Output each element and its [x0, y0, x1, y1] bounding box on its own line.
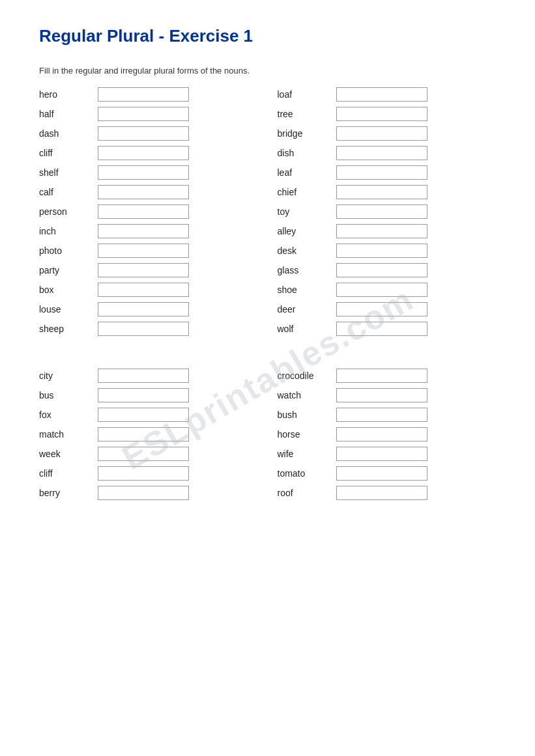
word-label: bush — [278, 410, 330, 420]
answer-input[interactable] — [336, 283, 427, 297]
answer-input[interactable] — [336, 408, 427, 422]
answer-input[interactable] — [336, 146, 427, 160]
word-label: calf — [39, 187, 91, 197]
section-divider — [39, 356, 496, 369]
answer-input[interactable] — [336, 447, 427, 461]
answer-input[interactable] — [98, 224, 189, 238]
word-label: week — [39, 449, 91, 459]
answer-input[interactable] — [336, 486, 427, 500]
word-label: match — [39, 429, 91, 440]
word-label: desk — [278, 245, 330, 256]
word-row: cliff — [39, 146, 258, 160]
word-row: tomato — [278, 466, 497, 481]
word-row: half — [39, 107, 258, 121]
answer-input[interactable] — [336, 107, 427, 121]
answer-input[interactable] — [98, 107, 189, 121]
word-label: inch — [39, 226, 91, 236]
answer-input[interactable] — [98, 244, 189, 258]
answer-input[interactable] — [98, 165, 189, 180]
answer-input[interactable] — [98, 87, 189, 102]
word-row: loaf — [278, 87, 497, 102]
word-label: alley — [278, 226, 330, 236]
word-row: inch — [39, 224, 258, 238]
answer-input[interactable] — [336, 466, 427, 481]
word-row: berry — [39, 486, 258, 500]
word-label: watch — [278, 390, 330, 400]
word-row: desk — [278, 244, 497, 258]
answer-input[interactable] — [336, 322, 427, 336]
instruction-text: Fill in the regular and irregular plural… — [39, 66, 496, 76]
word-label: chief — [278, 187, 330, 197]
answer-input[interactable] — [98, 466, 189, 481]
answer-input[interactable] — [336, 165, 427, 180]
answer-input[interactable] — [98, 427, 189, 441]
word-label: leaf — [278, 167, 330, 178]
word-label: person — [39, 206, 91, 217]
word-row: hero — [39, 87, 258, 102]
answer-input[interactable] — [336, 126, 427, 141]
word-row: shoe — [278, 283, 497, 297]
answer-input[interactable] — [98, 369, 189, 383]
word-label: horse — [278, 429, 330, 440]
word-label: half — [39, 109, 91, 119]
word-row: dash — [39, 126, 258, 141]
answer-input[interactable] — [98, 204, 189, 219]
answer-input[interactable] — [98, 408, 189, 422]
word-row: dish — [278, 146, 497, 160]
word-label: berry — [39, 488, 91, 498]
answer-input[interactable] — [98, 447, 189, 461]
word-label: roof — [278, 488, 330, 498]
word-label: tomato — [278, 468, 330, 479]
answer-input[interactable] — [336, 263, 427, 277]
answer-input[interactable] — [98, 283, 189, 297]
word-label: cliff — [39, 468, 91, 479]
answer-input[interactable] — [98, 486, 189, 500]
answer-input[interactable] — [336, 302, 427, 316]
answer-input[interactable] — [336, 369, 427, 383]
word-row: wolf — [278, 322, 497, 336]
word-label: deer — [278, 304, 330, 315]
answer-input[interactable] — [336, 244, 427, 258]
word-row: watch — [278, 388, 497, 402]
word-label: wife — [278, 449, 330, 459]
answer-input[interactable] — [98, 322, 189, 336]
word-label: shelf — [39, 167, 91, 178]
answer-input[interactable] — [98, 302, 189, 316]
word-row: shelf — [39, 165, 258, 180]
word-row: bush — [278, 408, 497, 422]
word-label: shoe — [278, 285, 330, 295]
answer-input[interactable] — [336, 185, 427, 199]
word-row: fox — [39, 408, 258, 422]
word-label: sheep — [39, 324, 91, 334]
answer-input[interactable] — [336, 204, 427, 219]
word-row: party — [39, 263, 258, 277]
answer-input[interactable] — [336, 224, 427, 238]
word-label: dish — [278, 148, 330, 158]
word-row: bus — [39, 388, 258, 402]
word-row: tree — [278, 107, 497, 121]
word-label: crocodile — [278, 371, 330, 381]
section1-grid: heroloafhalftreedashbridgecliffdishshelf… — [39, 87, 496, 336]
answer-input[interactable] — [98, 146, 189, 160]
word-label: tree — [278, 109, 330, 119]
word-row: person — [39, 204, 258, 219]
word-row: cliff — [39, 466, 258, 481]
answer-input[interactable] — [98, 388, 189, 402]
word-label: party — [39, 265, 91, 275]
answer-input[interactable] — [336, 388, 427, 402]
answer-input[interactable] — [98, 185, 189, 199]
word-label: bridge — [278, 128, 330, 139]
word-label: fox — [39, 410, 91, 420]
word-row: alley — [278, 224, 497, 238]
answer-input[interactable] — [336, 427, 427, 441]
answer-input[interactable] — [98, 126, 189, 141]
word-label: cliff — [39, 148, 91, 158]
word-row: box — [39, 283, 258, 297]
word-row: week — [39, 447, 258, 461]
word-row: roof — [278, 486, 497, 500]
word-row: horse — [278, 427, 497, 441]
answer-input[interactable] — [336, 87, 427, 102]
word-row: glass — [278, 263, 497, 277]
word-label: city — [39, 371, 91, 381]
answer-input[interactable] — [98, 263, 189, 277]
